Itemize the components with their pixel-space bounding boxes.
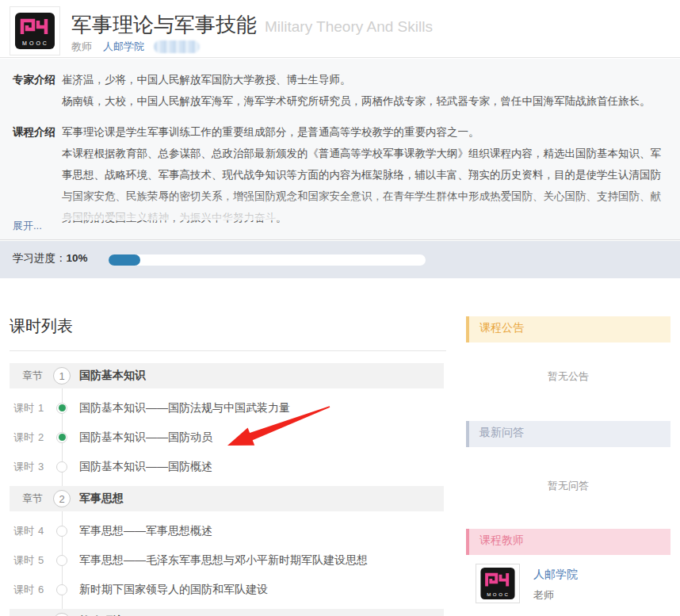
lesson-pending-icon	[56, 461, 67, 473]
teacher-avatar	[476, 564, 520, 603]
lesson-label: 课时2	[13, 430, 44, 445]
lesson-title: 军事思想——毛泽东军事思想与邓小平新时期军队建设思想	[79, 553, 368, 568]
lesson-label: 课时1	[13, 401, 44, 415]
mooc-logo-icon	[15, 13, 55, 49]
teacher-org-link[interactable]: 人邮学院	[103, 40, 144, 54]
qa-empty-text: 暂无问答	[466, 479, 670, 493]
lesson-label: 课时3	[13, 460, 44, 474]
lesson-label: 课时5	[13, 553, 44, 568]
lesson-title: 国防基本知识——国防概述	[79, 460, 212, 474]
mooc-logo-icon	[480, 568, 515, 599]
announcements-panel-header: 课程公告	[466, 316, 670, 342]
course-intro-section: 专家介绍 崔济温，少将，中国人民解放军国防大学教授、博士生导师。 杨南镇，大校，…	[0, 59, 680, 240]
lesson-pending-icon	[56, 555, 67, 566]
expert-line: 杨南镇，大校，中国人民解放军海军，海军学术研究所研究员，两栖作战专家，轻武器专家…	[62, 90, 663, 112]
lesson-done-icon	[56, 432, 67, 443]
course-header: 军事理论与军事技能 Military Theory And Skills 教师 …	[0, 0, 680, 58]
expert-intro-label: 专家介绍	[13, 69, 60, 90]
announcements-empty-text: 暂无公告	[466, 369, 670, 384]
teachers-panel-header: 课程教师	[466, 529, 670, 555]
teacher-card-role: 老师	[533, 588, 554, 603]
lesson-title: 国防基本知识——国防动员	[79, 430, 212, 445]
lesson-pending-icon	[56, 584, 67, 595]
divider	[10, 350, 446, 351]
lesson-done-icon	[56, 403, 67, 414]
teacher-name-blurred	[154, 40, 200, 53]
progress-section: 学习进度：10%	[0, 241, 680, 278]
chapter-number-badge: 1	[53, 367, 71, 385]
course-page: 军事理论与军事技能 Military Theory And Skills 教师 …	[0, 0, 680, 616]
lesson-row-3[interactable]: 课时3 国防基本知识——国防概述	[10, 452, 444, 481]
progress-bar	[109, 254, 426, 266]
progress-fill	[109, 254, 140, 266]
page-title: 军事理论与军事技能	[71, 11, 257, 39]
chapter-number-badge: 2	[53, 490, 71, 507]
chapter-row-1: 章节 1 国防基本知识	[10, 363, 444, 388]
progress-label: 学习进度：10%	[13, 251, 88, 266]
course-intro-paragraph: 本课程根据教育部、总参谋部、总政治部最新颁发的《普通高等学校军事课教学大纲》组织…	[62, 143, 663, 228]
course-intro-text: 军事理论课是学生军事训练工作的重要组成部分，是普通高等学校教学的重要内容之一。 …	[62, 121, 663, 228]
course-intro-label: 课程介绍	[13, 121, 60, 143]
lesson-row-4[interactable]: 课时4 军事思想——军事思想概述	[10, 516, 444, 545]
lesson-title: 军事思想——军事思想概述	[79, 524, 212, 538]
lesson-row-5[interactable]: 课时5 军事思想——毛泽东军事思想与邓小平新时期军队建设思想	[10, 545, 444, 575]
course-intro-line: 军事理论课是学生军事训练工作的重要组成部分，是普通高等学校教学的重要内容之一。	[62, 121, 663, 143]
expert-intro-text: 崔济温，少将，中国人民解放军国防大学教授、博士生导师。 杨南镇，大校，中国人民解…	[62, 69, 663, 112]
lesson-label: 课时4	[13, 524, 44, 538]
page-subtitle: Military Theory And Skills	[265, 18, 433, 36]
lesson-row-1[interactable]: 课时1 国防基本知识——国防法规与中国武装力量	[10, 393, 444, 423]
lesson-pending-icon	[56, 526, 67, 537]
chapter-number-badge: 3	[53, 613, 71, 616]
teacher-label: 教师	[71, 40, 92, 54]
expert-line: 崔济温，少将，中国人民解放军国防大学教授、博士生导师。	[62, 69, 663, 90]
chapter-row-3: 章节 3 战略环境	[10, 609, 444, 616]
progress-value: 10%	[67, 252, 88, 264]
qa-panel-header: 最新问答	[466, 421, 670, 447]
lesson-row-2[interactable]: 课时2 国防基本知识——国防动员	[10, 423, 444, 452]
expand-link[interactable]: 展开...	[13, 219, 42, 233]
lesson-label: 课时6	[13, 583, 44, 597]
lesson-row-6[interactable]: 课时6 新时期下国家领导人的国防和军队建设	[10, 575, 444, 604]
chapter-label: 章节	[22, 492, 43, 506]
lesson-title: 国防基本知识——国防法规与中国武装力量	[79, 401, 290, 415]
chapter-title: 军事思想	[79, 492, 124, 506]
teacher-card-name-link[interactable]: 人邮学院	[533, 568, 578, 582]
course-logo	[10, 6, 60, 55]
lesson-title: 新时期下国家领导人的国防和军队建设	[79, 583, 268, 597]
chapter-label: 章节	[22, 369, 43, 383]
lesson-list: 章节 1 国防基本知识 课时1 国防基本知识——国防法规与中国武装力量 课时2 …	[10, 363, 444, 616]
lesson-list-title: 课时列表	[10, 316, 73, 337]
chapter-row-2: 章节 2 军事思想	[10, 486, 444, 511]
chapter-title: 国防基本知识	[79, 369, 146, 383]
